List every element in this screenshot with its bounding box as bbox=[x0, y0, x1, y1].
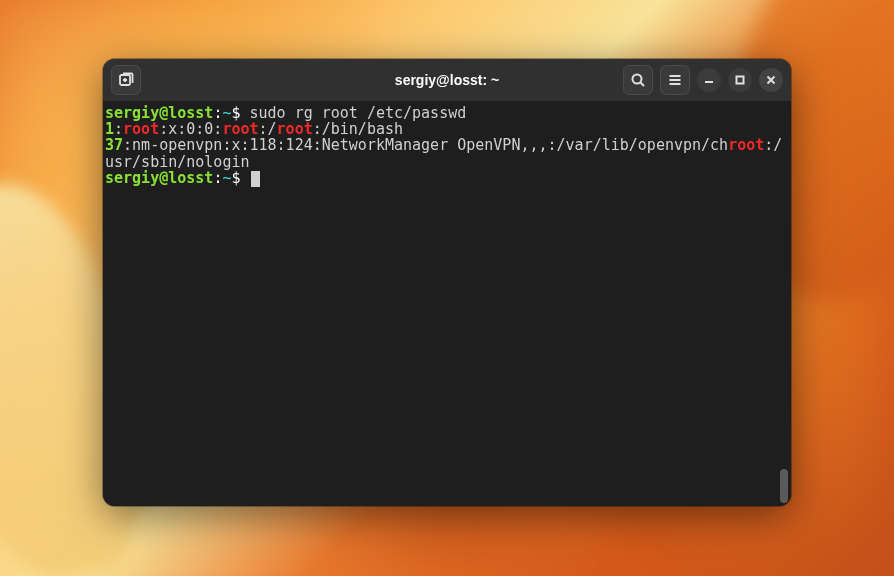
search-button[interactable] bbox=[623, 65, 653, 95]
menu-button[interactable] bbox=[660, 65, 690, 95]
prompt-at: @ bbox=[159, 169, 168, 187]
output-line-2: 37:nm-openvpn:x:118:124:NetworkManager O… bbox=[105, 137, 789, 169]
terminal-window: sergiy@losst: ~ bbox=[103, 59, 791, 506]
terminal-body[interactable]: sergiy@losst:~$ sudo rg root /etc/passwd… bbox=[103, 101, 791, 506]
maximize-icon bbox=[735, 75, 745, 85]
svg-rect-2 bbox=[737, 77, 744, 84]
svg-point-1 bbox=[633, 75, 642, 84]
prompt-host: losst bbox=[168, 169, 213, 187]
hamburger-icon bbox=[667, 72, 683, 88]
match-highlight: root bbox=[728, 136, 764, 154]
prompt-line-2: sergiy@losst:~$ bbox=[105, 170, 789, 187]
minimize-icon bbox=[704, 75, 714, 85]
titlebar[interactable]: sergiy@losst: ~ bbox=[103, 59, 791, 101]
prompt-user: sergiy bbox=[105, 169, 159, 187]
prompt-line-1: sergiy@losst:~$ sudo rg root /etc/passwd bbox=[105, 105, 789, 121]
window-title: sergiy@losst: ~ bbox=[395, 72, 499, 88]
output-line-1: 1:root:x:0:0:root:/root:/bin/bash bbox=[105, 121, 789, 137]
new-tab-button[interactable] bbox=[111, 65, 141, 95]
close-button[interactable] bbox=[759, 68, 783, 92]
maximize-button[interactable] bbox=[728, 68, 752, 92]
search-icon bbox=[630, 72, 646, 88]
minimize-button[interactable] bbox=[697, 68, 721, 92]
scrollbar-thumb[interactable] bbox=[780, 469, 788, 503]
new-tab-icon bbox=[118, 72, 134, 88]
titlebar-right bbox=[623, 65, 783, 95]
close-icon bbox=[766, 75, 776, 85]
titlebar-left bbox=[111, 65, 141, 95]
cursor bbox=[251, 171, 260, 187]
